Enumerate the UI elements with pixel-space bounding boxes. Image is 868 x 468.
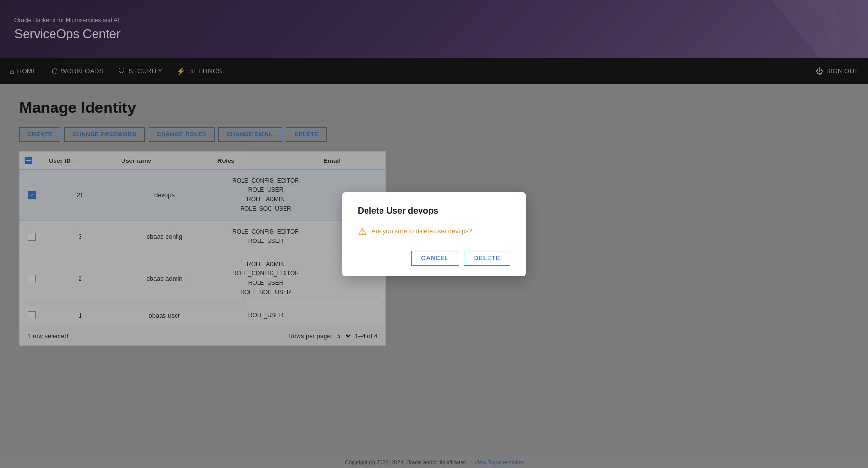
warning-icon: ⚠ (358, 226, 366, 237)
dialog-title: Delete User devops (358, 206, 510, 216)
dialog-actions: CANCEL DELETE (358, 251, 510, 266)
dialog-message-text: Are you sure to delete user devops? (371, 227, 472, 235)
confirm-delete-button[interactable]: DELETE (464, 251, 510, 266)
delete-dialog: Delete User devops ⚠ Are you sure to del… (342, 192, 526, 276)
dialog-message: ⚠ Are you sure to delete user devops? (358, 226, 510, 237)
modal-overlay: Delete User devops ⚠ Are you sure to del… (0, 0, 868, 468)
cancel-button[interactable]: CANCEL (411, 251, 459, 266)
